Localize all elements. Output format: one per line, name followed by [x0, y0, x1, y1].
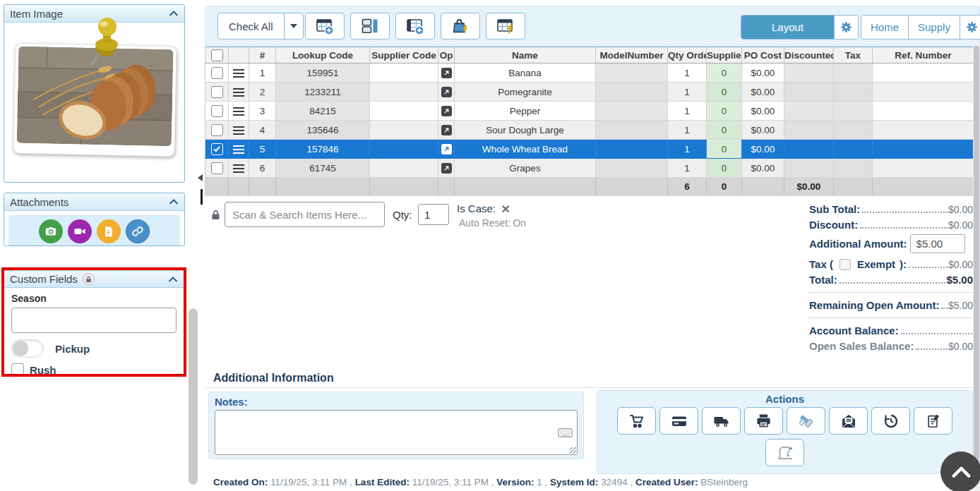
- delivery-action-button[interactable]: [702, 407, 741, 435]
- header-model-number[interactable]: ModelNumber: [596, 47, 668, 63]
- drag-handle-icon[interactable]: [233, 164, 244, 174]
- payment-action-button[interactable]: [659, 407, 698, 435]
- drag-handle-icon[interactable]: [233, 88, 244, 97]
- row-checkbox[interactable]: [211, 124, 223, 136]
- header-op[interactable]: Op: [438, 47, 455, 63]
- cell-supplier[interactable]: [370, 159, 438, 178]
- cell-qty[interactable]: 1: [668, 83, 707, 102]
- sidebar-scrollbar[interactable]: [189, 308, 198, 485]
- open-item-icon[interactable]: [441, 87, 452, 97]
- open-item-icon[interactable]: [441, 163, 452, 174]
- header-supplied[interactable]: Supplied: [707, 47, 742, 63]
- scroll-to-top-button[interactable]: [940, 451, 980, 491]
- pickup-toggle[interactable]: [11, 339, 44, 358]
- is-case-clear-icon[interactable]: ×: [501, 203, 510, 214]
- drag-handle-icon[interactable]: [233, 107, 244, 116]
- cell-supplier[interactable]: [370, 63, 438, 83]
- table-row[interactable]: 3 84215 Pepper 1 0 $0.00: [205, 102, 974, 121]
- layout-settings-button[interactable]: [834, 16, 858, 39]
- cell-ref[interactable]: [873, 83, 974, 102]
- header-supplier-code[interactable]: Supplier Code: [370, 47, 438, 63]
- header-po-cost[interactable]: PO Cost: [742, 47, 784, 63]
- open-item-icon[interactable]: [441, 144, 452, 154]
- notes-action-button[interactable]: [914, 407, 952, 435]
- table-row[interactable]: 1 159951 Banana 1 0 $0.00: [205, 63, 974, 83]
- table-row[interactable]: 6 61745 Grapes 1 0 $0.00: [205, 159, 974, 178]
- chevron-up-icon[interactable]: [168, 277, 178, 282]
- cell-ref[interactable]: [873, 63, 974, 83]
- page-scrollbar[interactable]: [973, 44, 980, 491]
- attach-camera-button[interactable]: [39, 219, 63, 243]
- rush-checkbox[interactable]: [11, 363, 24, 374]
- cell-qty[interactable]: 1: [668, 140, 707, 159]
- sewing-action-button[interactable]: [765, 439, 804, 466]
- keyboard-icon[interactable]: [558, 428, 573, 440]
- cell-po-cost[interactable]: $0.00: [742, 102, 784, 121]
- layout-button[interactable]: Layout: [741, 16, 834, 39]
- drag-handle-icon[interactable]: [233, 126, 244, 135]
- header-lookup-code[interactable]: Lookup Code: [276, 47, 370, 63]
- email-action-button[interactable]: [829, 407, 868, 435]
- drag-handle-icon[interactable]: [233, 69, 244, 78]
- add-grid-row-button[interactable]: [305, 13, 345, 40]
- quick-grid-button[interactable]: [486, 13, 525, 40]
- splitter-handle[interactable]: [201, 189, 203, 205]
- header-name[interactable]: Name: [455, 47, 596, 63]
- cell-po-cost[interactable]: $0.00: [742, 63, 784, 83]
- row-checkbox[interactable]: [211, 67, 223, 79]
- cell-ref[interactable]: [873, 102, 974, 121]
- cell-po-cost[interactable]: $0.00: [742, 140, 784, 159]
- qty-input[interactable]: [418, 204, 449, 225]
- check-all-button[interactable]: Check All: [217, 13, 304, 40]
- chevron-up-icon[interactable]: [169, 199, 179, 205]
- table-row[interactable]: 2 1233211 Pomegranite 1 0 $0.00: [205, 83, 974, 102]
- attach-link-button[interactable]: [126, 219, 150, 243]
- supply-button[interactable]: Supply: [908, 16, 960, 39]
- home-button[interactable]: Home: [861, 16, 908, 39]
- table-row[interactable]: 4 135646 Sour Dough Large 1 0 $0.00: [205, 121, 974, 140]
- cell-qty[interactable]: 1: [668, 102, 707, 121]
- nav-settings-button[interactable]: [960, 16, 980, 39]
- cell-po-cost[interactable]: $0.00: [742, 121, 784, 140]
- row-checkbox-checked[interactable]: [211, 143, 223, 155]
- open-item-icon[interactable]: [441, 106, 452, 116]
- cart-action-button[interactable]: [617, 407, 656, 435]
- drag-handle-icon[interactable]: [233, 145, 244, 154]
- quick-bag-button[interactable]: [441, 13, 480, 40]
- header-num[interactable]: #: [249, 47, 276, 63]
- chevron-up-icon[interactable]: [169, 11, 179, 16]
- header-qty-ordered[interactable]: Qty Ordered: [668, 47, 707, 63]
- cell-supplier[interactable]: [370, 121, 438, 140]
- print-action-button[interactable]: [744, 407, 783, 435]
- cell-ref[interactable]: [873, 159, 974, 178]
- resize-grip[interactable]: [570, 447, 576, 454]
- cell-supplier[interactable]: [370, 102, 438, 121]
- cell-qty[interactable]: 1: [668, 159, 707, 178]
- scan-search-input[interactable]: [225, 202, 385, 227]
- attach-video-button[interactable]: [68, 219, 92, 243]
- row-checkbox[interactable]: [211, 162, 223, 174]
- sidebar-collapse-arrow-icon[interactable]: [198, 174, 203, 181]
- open-item-icon[interactable]: [441, 68, 452, 78]
- history-action-button[interactable]: [871, 407, 910, 435]
- row-checkbox[interactable]: [211, 86, 223, 98]
- cell-supplier[interactable]: [370, 83, 438, 102]
- label-action-button[interactable]: [787, 407, 825, 435]
- row-checkbox[interactable]: [211, 105, 223, 117]
- cell-supplier[interactable]: [370, 140, 438, 159]
- attach-document-button[interactable]: [97, 219, 121, 243]
- table-row-selected[interactable]: 5 157846 Whole Wheat Bread 1 0 $0.00: [205, 140, 974, 159]
- additional-amount-input[interactable]: [910, 234, 965, 253]
- cell-qty[interactable]: 1: [668, 63, 707, 83]
- cell-ref[interactable]: [873, 121, 974, 140]
- notes-textarea[interactable]: [215, 410, 578, 455]
- check-all-row-checkbox[interactable]: [211, 49, 223, 61]
- header-ref-number[interactable]: Ref. Number: [873, 47, 974, 63]
- season-input[interactable]: [11, 308, 177, 333]
- tax-exempt-checkbox[interactable]: [839, 259, 851, 270]
- add-table-button[interactable]: [395, 13, 435, 40]
- cell-po-cost[interactable]: $0.00: [742, 159, 784, 178]
- header-discounted[interactable]: Discounted: [784, 47, 834, 63]
- header-tax[interactable]: Tax: [834, 47, 873, 63]
- scrollbar-thumb[interactable]: [974, 46, 979, 485]
